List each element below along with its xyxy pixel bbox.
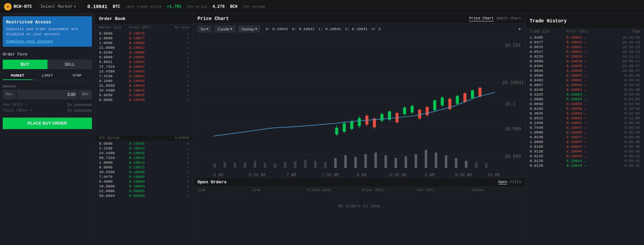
ob-my-size: - <box>159 55 189 59</box>
ob-price: 0.10054 <box>129 74 159 78</box>
select-market-button[interactable]: Select Market ▾ <box>38 3 79 11</box>
spread-row: BTC Spread 0.00009 <box>95 135 193 141</box>
total-row: Total (BCH) ≈ ₿0.00000000 <box>3 108 92 114</box>
ob-size: 21.0000 <box>99 46 129 50</box>
ob-price: 0.10057 <box>129 65 159 69</box>
ob-ask-row[interactable]: 72.73100.10057- <box>95 64 193 69</box>
chart-type-button[interactable]: Candle ▾ <box>214 25 235 33</box>
ob-bid-row[interactable]: 50.73100.10015- <box>95 156 193 160</box>
ob-col-market-size: Market Size <box>99 26 129 29</box>
svg-rect-15 <box>254 161 256 168</box>
ob-ask-row[interactable]: 8.90210.10061- <box>95 60 193 64</box>
ob-ask-row[interactable]: 7.42300.10054- <box>95 74 193 79</box>
tab-limit[interactable]: LIMIT <box>33 72 62 80</box>
ob-my-size: - <box>159 165 189 169</box>
ob-size: 0.9800 <box>99 55 129 59</box>
ob-size: 8.8800 <box>99 165 129 169</box>
th-rows: 1.64850.10041 ↘10:20:390.93770.10041 ↘10… <box>526 35 644 245</box>
ob-bid-row[interactable]: 7.04700.10005- <box>95 175 193 179</box>
svg-rect-19 <box>294 161 296 168</box>
ob-bid-row[interactable]: 14.44000.10018- <box>95 151 193 156</box>
complete-account-link[interactable]: Complete your account <box>6 39 89 43</box>
th-trade-row: 0.05170.10041 ↘10:20:23 <box>526 49 644 54</box>
th-trade-size: 0.0220 <box>530 55 566 59</box>
ob-ask-row[interactable]: 13.43000.10056- <box>95 69 193 74</box>
ob-ask-row[interactable]: 0.98500.10036- <box>95 93 193 98</box>
ob-my-size: - <box>159 98 189 102</box>
ob-ask-row[interactable]: 34.44900.10041- <box>95 88 193 93</box>
center-panel: Price Chart Price Chart Depth Chart 5m ▾… <box>193 14 525 245</box>
svg-rect-23 <box>334 158 337 168</box>
overlay-button[interactable]: Overlay ▾ <box>238 25 260 33</box>
ob-price: 0.10065 <box>129 55 159 59</box>
chevron-down-icon: ▾ <box>230 27 232 31</box>
chart-scroll-right-icon[interactable]: ▶ <box>519 26 521 32</box>
chart-controls: 5m ▾ Candle ▾ Overlay ▾ O: 0.10041 H: 0.… <box>193 24 525 35</box>
ob-bid-row[interactable]: 8.88000.10012- <box>95 165 193 170</box>
ob-bid-row[interactable]: 0.05000.10026- <box>95 141 193 146</box>
place-order-button[interactable]: PLACE BUY ORDER <box>3 118 92 129</box>
tab-price-chart[interactable]: Price Chart <box>469 16 494 21</box>
ob-bid-row[interactable]: 0.40000.10004- <box>95 179 193 184</box>
tab-depth-chart[interactable]: Depth Chart <box>496 16 521 21</box>
ob-ask-row[interactable]: 0.10000.10045- <box>95 79 193 83</box>
fee-row: Fee (BTC) ≈ ₿0.00000000 <box>3 102 92 108</box>
ob-ask-row[interactable]: 0.01000.10066- <box>95 50 193 55</box>
timeframe-button[interactable]: 5m ▾ <box>197 25 212 33</box>
th-trade-price: 0.10040 ↘ <box>566 69 603 73</box>
ob-bid-row[interactable]: 2.21000.10019- <box>95 146 193 151</box>
ob-ask-row[interactable]: 1.00000.10068- <box>95 41 193 45</box>
th-trade-size: 0.0120 <box>530 159 566 163</box>
th-trade-price: 0.10041 ↘ <box>566 45 603 49</box>
svg-rect-46 <box>358 118 361 126</box>
th-trade-time: 9:08:31 <box>603 159 640 163</box>
ob-ask-row[interactable]: 0.50000.10035- <box>95 98 193 102</box>
oo-col-side: Side <box>197 188 247 192</box>
ob-size: 8.9021 <box>99 60 129 64</box>
th-trade-price: 0.10047 ↘ <box>566 135 603 139</box>
spread-value: 0.00009 <box>175 136 189 140</box>
ob-ask-row[interactable]: 31.06500.10043- <box>95 83 193 88</box>
ob-bid-row[interactable]: 59.08640.09989- <box>95 193 193 198</box>
tab-fills[interactable]: Fills <box>510 180 521 184</box>
svg-text:9 AM: 9 AM <box>425 172 434 177</box>
tab-open[interactable]: Open <box>498 180 507 184</box>
buy-button[interactable]: BUY <box>3 60 48 69</box>
th-trade-row: 0.05000.10039 ↘10:00:51 <box>526 59 644 64</box>
th-trade-row: 0.00070.10063 ↘9:55:41 <box>526 83 644 87</box>
direction-icon: ↗ <box>584 98 586 101</box>
tab-market[interactable]: MARKET <box>3 72 33 80</box>
ob-ask-row[interactable]: 0.98000.10065- <box>95 55 193 60</box>
svg-rect-36 <box>465 161 467 168</box>
oo-col-status: Status <box>472 188 521 192</box>
ob-price: 0.10045 <box>129 79 159 83</box>
th-trade-size: 0.0120 <box>530 164 566 168</box>
chart-header: Price Chart Price Chart Depth Chart <box>193 14 525 24</box>
ob-ask-row[interactable]: 21.00000.10067- <box>95 45 193 50</box>
ob-bid-row[interactable]: 18.65900.10008- <box>95 170 193 175</box>
th-trade-time: 9:58:38 <box>603 74 640 78</box>
svg-rect-21 <box>314 161 317 168</box>
direction-icon: ↘ <box>584 112 586 116</box>
ob-my-size: - <box>159 79 189 83</box>
ob-size: 34.4490 <box>99 88 129 93</box>
ob-size: 72.7310 <box>99 65 129 69</box>
total-value: ₿0.00000000 <box>68 108 92 113</box>
ob-ask-row[interactable]: 1.00000.10077- <box>95 36 193 41</box>
tab-stop[interactable]: STOP <box>62 72 92 80</box>
th-trade-time: 9:08:48 <box>603 135 640 139</box>
svg-rect-42 <box>343 123 346 131</box>
th-trade-row: 1.00000.10050 ↘9:08:48 <box>526 130 644 135</box>
th-trade-size: 0.0623 <box>530 45 566 49</box>
sell-button[interactable]: SELL <box>48 60 92 69</box>
th-trade-time: 9:54:50 <box>603 102 640 106</box>
ob-price: 0.10043 <box>129 84 159 88</box>
ob-bid-row[interactable]: 22.00000.09995- <box>95 189 193 193</box>
amount-input[interactable] <box>17 90 78 99</box>
ob-bid-row[interactable]: 1.00000.10013- <box>95 160 193 165</box>
ob-ask-row[interactable]: 0.98900.10078- <box>95 31 193 36</box>
ob-bid-row[interactable]: 18.00000.10003- <box>95 184 193 189</box>
svg-text:10 AM: 10 AM <box>488 172 500 177</box>
ob-size: 1.0000 <box>99 41 129 45</box>
direction-icon: ↘ <box>584 84 586 87</box>
